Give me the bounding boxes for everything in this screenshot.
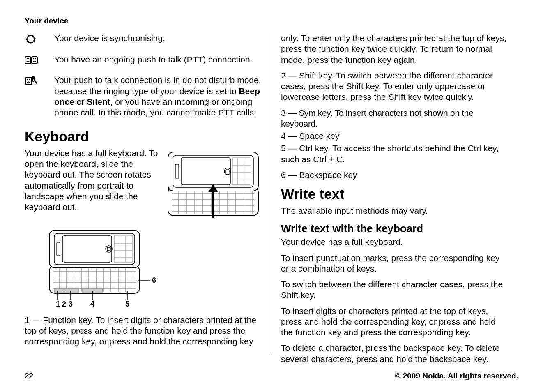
write-p2: To insert punctuation marks, press the c… [281, 253, 509, 274]
key-desc-5: 5 — Ctrl key. To access the shortcuts be… [281, 143, 509, 165]
key-desc-4: 4 — Space key [281, 131, 509, 141]
dnd-pre: Your push to talk connection is in do no… [54, 75, 261, 95]
device-labeled-illustration: 1 2 3 4 5 6 [45, 228, 262, 310]
icon-row-sync: Your device is synchronising. [25, 33, 262, 44]
page-header: Your device [25, 16, 518, 25]
keyboard-open-section: Your device has a full keyboard. To open… [25, 148, 262, 224]
svg-point-4 [28, 58, 30, 60]
page-number: 22 [25, 371, 33, 380]
svg-rect-2 [25, 57, 31, 64]
write-p3: To switch between the different characte… [281, 279, 509, 301]
svg-text:1: 1 [56, 300, 60, 308]
key-desc-1-cont: only. To enter only the characters print… [281, 33, 509, 65]
ptt-text: You have an ongoing push to talk (PTT) c… [54, 54, 262, 65]
write-p5: To delete a character, press the backspa… [281, 343, 509, 364]
ptt-dnd-text: Your push to talk connection is in do no… [54, 75, 262, 118]
ptt-dnd-icon [25, 75, 54, 85]
svg-rect-58 [54, 289, 79, 292]
write-p4: To insert digits or characters printed a… [281, 306, 509, 338]
write-p1: Your device has a full keyboard. [281, 237, 509, 247]
svg-text:2: 2 [62, 300, 66, 308]
key-desc-6: 6 — Backspace key [281, 170, 509, 180]
write-text-heading: Write text [281, 185, 509, 203]
svg-text:3: 3 [69, 300, 73, 308]
svg-point-7 [35, 58, 36, 60]
right-column: only. To enter only the characters print… [272, 33, 518, 353]
left-column: Your device is synchronising. You have a… [25, 33, 272, 353]
svg-text:6: 6 [152, 276, 156, 284]
key-desc-1: 1 — Function key. To insert digits or ch… [25, 315, 262, 347]
icon-row-ptt: You have an ongoing push to talk (PTT) c… [25, 54, 262, 65]
copyright: © 2009 Nokia. All rights reserved. [395, 371, 518, 380]
svg-point-6 [33, 58, 35, 60]
sync-text: Your device is synchronising. [54, 33, 262, 44]
svg-line-11 [33, 77, 37, 84]
sync-icon [25, 33, 54, 44]
key-desc-3: 3 — Sym key. To insert characters not sh… [281, 108, 509, 129]
icon-row-ptt-dnd: Your push to talk connection is in do no… [25, 75, 262, 118]
write-text-intro: The available input methods may vary. [281, 205, 509, 216]
device-sliding-illustration [164, 148, 262, 222]
svg-point-9 [27, 79, 28, 80]
dnd-mid: or [74, 97, 87, 106]
svg-text:4: 4 [90, 300, 94, 308]
page-footer: 22 © 2009 Nokia. All rights reserved. [25, 371, 518, 380]
keyboard-heading: Keyboard [25, 128, 262, 145]
write-keyboard-heading: Write text with the keyboard [281, 222, 509, 235]
ptt-ongoing-icon [25, 54, 54, 65]
svg-point-3 [27, 58, 28, 60]
svg-text:5: 5 [125, 300, 129, 308]
content-columns: Your device is synchronising. You have a… [25, 33, 518, 353]
svg-point-10 [29, 79, 30, 80]
svg-rect-8 [25, 77, 32, 85]
key-desc-2: 2 — Shift key. To switch between the dif… [281, 70, 509, 103]
dnd-bold2: Silent [87, 97, 110, 106]
svg-rect-5 [32, 57, 37, 64]
